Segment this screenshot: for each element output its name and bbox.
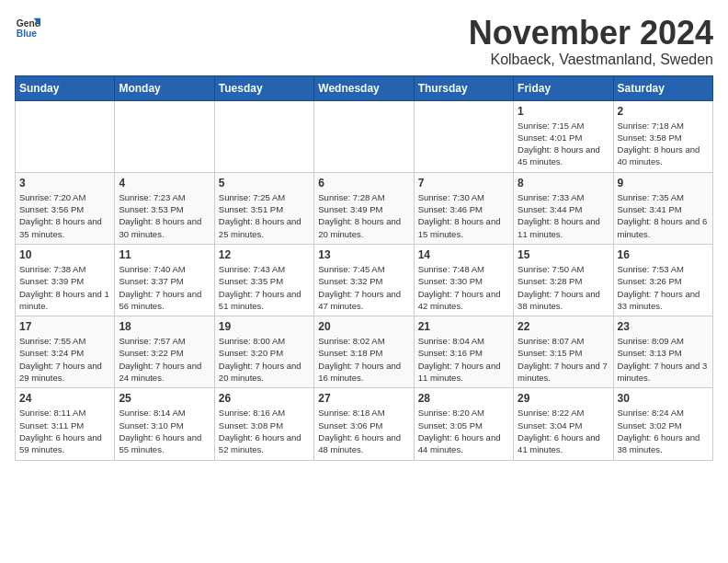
day-cell: 8Sunrise: 7:33 AM Sunset: 3:44 PM Daylig… — [514, 172, 613, 244]
day-cell: 29Sunrise: 8:22 AM Sunset: 3:04 PM Dayli… — [514, 388, 613, 460]
day-info: Sunrise: 7:55 AM Sunset: 3:24 PM Dayligh… — [19, 335, 110, 384]
day-cell: 26Sunrise: 8:16 AM Sunset: 3:08 PM Dayli… — [214, 388, 313, 460]
day-info: Sunrise: 7:40 AM Sunset: 3:37 PM Dayligh… — [119, 263, 210, 312]
day-number: 29 — [518, 392, 609, 405]
day-info: Sunrise: 8:09 AM Sunset: 3:13 PM Dayligh… — [618, 335, 709, 384]
day-info: Sunrise: 7:53 AM Sunset: 3:26 PM Dayligh… — [618, 263, 709, 312]
day-cell — [115, 100, 214, 172]
day-info: Sunrise: 8:00 AM Sunset: 3:20 PM Dayligh… — [219, 335, 310, 384]
day-cell: 2Sunrise: 7:18 AM Sunset: 3:58 PM Daylig… — [613, 100, 712, 172]
day-number: 12 — [219, 248, 310, 261]
week-row-1: 1Sunrise: 7:15 AM Sunset: 4:01 PM Daylig… — [16, 100, 713, 172]
day-number: 21 — [418, 320, 509, 333]
day-info: Sunrise: 7:20 AM Sunset: 3:56 PM Dayligh… — [19, 191, 110, 240]
day-cell: 13Sunrise: 7:45 AM Sunset: 3:32 PM Dayli… — [314, 244, 414, 316]
day-info: Sunrise: 8:22 AM Sunset: 3:04 PM Dayligh… — [518, 407, 609, 455]
day-number: 3 — [19, 177, 110, 190]
day-info: Sunrise: 7:38 AM Sunset: 3:39 PM Dayligh… — [19, 263, 110, 312]
day-cell: 22Sunrise: 8:07 AM Sunset: 3:15 PM Dayli… — [514, 316, 613, 388]
day-number: 28 — [418, 392, 509, 405]
calendar-table: SundayMondayTuesdayWednesdayThursdayFrid… — [15, 75, 713, 461]
day-number: 22 — [518, 320, 609, 333]
day-cell: 23Sunrise: 8:09 AM Sunset: 3:13 PM Dayli… — [613, 316, 712, 388]
logo-icon: General Blue — [15, 15, 40, 40]
day-info: Sunrise: 7:43 AM Sunset: 3:35 PM Dayligh… — [219, 263, 310, 312]
day-cell: 20Sunrise: 8:02 AM Sunset: 3:18 PM Dayli… — [314, 316, 414, 388]
header-saturday: Saturday — [613, 75, 712, 100]
day-cell: 18Sunrise: 7:57 AM Sunset: 3:22 PM Dayli… — [115, 316, 214, 388]
day-cell: 1Sunrise: 7:15 AM Sunset: 4:01 PM Daylig… — [514, 100, 613, 172]
day-info: Sunrise: 8:07 AM Sunset: 3:15 PM Dayligh… — [518, 335, 609, 384]
day-number: 15 — [518, 248, 609, 261]
day-cell: 11Sunrise: 7:40 AM Sunset: 3:37 PM Dayli… — [115, 244, 214, 316]
day-cell: 30Sunrise: 8:24 AM Sunset: 3:02 PM Dayli… — [613, 388, 712, 460]
header-sunday: Sunday — [16, 75, 115, 100]
day-info: Sunrise: 7:28 AM Sunset: 3:49 PM Dayligh… — [318, 191, 409, 240]
day-cell: 25Sunrise: 8:14 AM Sunset: 3:10 PM Dayli… — [115, 388, 214, 460]
day-info: Sunrise: 7:50 AM Sunset: 3:28 PM Dayligh… — [518, 263, 609, 312]
day-info: Sunrise: 7:33 AM Sunset: 3:44 PM Dayligh… — [518, 191, 609, 240]
day-number: 19 — [219, 320, 310, 333]
day-info: Sunrise: 8:16 AM Sunset: 3:08 PM Dayligh… — [219, 407, 310, 455]
day-number: 13 — [318, 248, 409, 261]
day-cell: 10Sunrise: 7:38 AM Sunset: 3:39 PM Dayli… — [16, 244, 115, 316]
title-area: November 2024 Kolbaeck, Vaestmanland, Sw… — [469, 15, 713, 68]
day-info: Sunrise: 8:04 AM Sunset: 3:16 PM Dayligh… — [418, 335, 509, 384]
day-cell: 16Sunrise: 7:53 AM Sunset: 3:26 PM Dayli… — [613, 244, 712, 316]
day-cell: 12Sunrise: 7:43 AM Sunset: 3:35 PM Dayli… — [214, 244, 313, 316]
header-monday: Monday — [115, 75, 214, 100]
day-info: Sunrise: 7:23 AM Sunset: 3:53 PM Dayligh… — [119, 191, 210, 240]
day-number: 20 — [318, 320, 409, 333]
svg-text:Blue: Blue — [17, 29, 38, 39]
day-number: 14 — [418, 248, 509, 261]
day-number: 10 — [19, 248, 110, 261]
day-info: Sunrise: 8:14 AM Sunset: 3:10 PM Dayligh… — [119, 407, 210, 455]
day-cell: 28Sunrise: 8:20 AM Sunset: 3:05 PM Dayli… — [414, 388, 513, 460]
day-cell: 3Sunrise: 7:20 AM Sunset: 3:56 PM Daylig… — [16, 172, 115, 244]
day-number: 26 — [219, 392, 310, 405]
header-tuesday: Tuesday — [214, 75, 313, 100]
day-cell: 27Sunrise: 8:18 AM Sunset: 3:06 PM Dayli… — [314, 388, 414, 460]
day-cell: 19Sunrise: 8:00 AM Sunset: 3:20 PM Dayli… — [214, 316, 313, 388]
day-number: 6 — [318, 177, 409, 190]
day-number: 8 — [518, 177, 609, 190]
day-number: 1 — [518, 105, 609, 118]
day-cell: 7Sunrise: 7:30 AM Sunset: 3:46 PM Daylig… — [414, 172, 513, 244]
day-number: 7 — [418, 177, 509, 190]
day-cell: 24Sunrise: 8:11 AM Sunset: 3:11 PM Dayli… — [16, 388, 115, 460]
day-info: Sunrise: 8:18 AM Sunset: 3:06 PM Dayligh… — [318, 407, 409, 455]
week-row-3: 10Sunrise: 7:38 AM Sunset: 3:39 PM Dayli… — [16, 244, 713, 316]
day-number: 23 — [618, 320, 709, 333]
day-cell — [214, 100, 313, 172]
day-number: 17 — [19, 320, 110, 333]
calendar-header-row: SundayMondayTuesdayWednesdayThursdayFrid… — [16, 75, 713, 100]
header: General Blue November 2024 Kolbaeck, Vae… — [15, 15, 713, 68]
day-info: Sunrise: 7:57 AM Sunset: 3:22 PM Dayligh… — [119, 335, 210, 384]
header-wednesday: Wednesday — [314, 75, 414, 100]
day-info: Sunrise: 8:02 AM Sunset: 3:18 PM Dayligh… — [318, 335, 409, 384]
calendar-title: November 2024 — [469, 15, 713, 52]
day-cell: 14Sunrise: 7:48 AM Sunset: 3:30 PM Dayli… — [414, 244, 513, 316]
day-info: Sunrise: 8:24 AM Sunset: 3:02 PM Dayligh… — [618, 407, 709, 455]
day-number: 4 — [119, 177, 210, 190]
day-number: 24 — [19, 392, 110, 405]
day-number: 16 — [618, 248, 709, 261]
day-cell — [314, 100, 414, 172]
day-cell: 17Sunrise: 7:55 AM Sunset: 3:24 PM Dayli… — [16, 316, 115, 388]
day-number: 18 — [119, 320, 210, 333]
day-info: Sunrise: 7:45 AM Sunset: 3:32 PM Dayligh… — [318, 263, 409, 312]
day-cell: 15Sunrise: 7:50 AM Sunset: 3:28 PM Dayli… — [514, 244, 613, 316]
header-friday: Friday — [514, 75, 613, 100]
day-cell: 21Sunrise: 8:04 AM Sunset: 3:16 PM Dayli… — [414, 316, 513, 388]
day-cell: 6Sunrise: 7:28 AM Sunset: 3:49 PM Daylig… — [314, 172, 414, 244]
logo: General Blue — [15, 15, 40, 40]
day-number: 27 — [318, 392, 409, 405]
day-number: 9 — [618, 177, 709, 190]
day-info: Sunrise: 8:20 AM Sunset: 3:05 PM Dayligh… — [418, 407, 509, 455]
day-info: Sunrise: 7:48 AM Sunset: 3:30 PM Dayligh… — [418, 263, 509, 312]
week-row-2: 3Sunrise: 7:20 AM Sunset: 3:56 PM Daylig… — [16, 172, 713, 244]
day-cell — [16, 100, 115, 172]
day-info: Sunrise: 7:35 AM Sunset: 3:41 PM Dayligh… — [618, 191, 709, 240]
header-thursday: Thursday — [414, 75, 513, 100]
day-info: Sunrise: 7:30 AM Sunset: 3:46 PM Dayligh… — [418, 191, 509, 240]
